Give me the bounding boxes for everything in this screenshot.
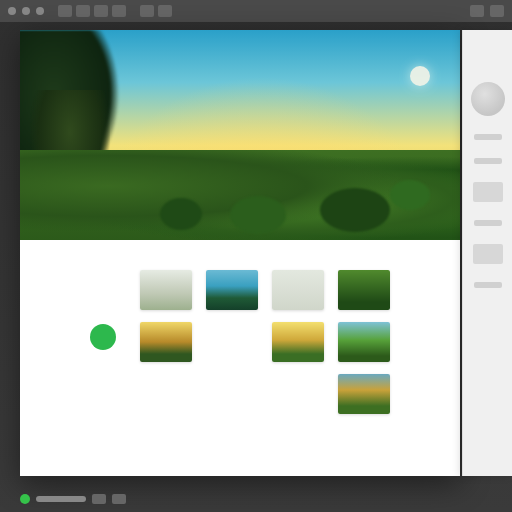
toolbar-button[interactable]: [470, 5, 484, 17]
panel-control[interactable]: [473, 182, 503, 202]
thumbnail-grid: [140, 270, 390, 414]
hero-foliage: [230, 196, 286, 234]
toolbar-button[interactable]: [58, 5, 72, 17]
thumbnail-empty: [272, 374, 324, 414]
editor-window: [20, 30, 460, 476]
thumbnail[interactable]: [140, 322, 192, 362]
online-status-icon: [20, 494, 30, 504]
circle-marker-icon[interactable]: [410, 66, 430, 86]
thumbnail-empty: [140, 374, 192, 414]
toolbar-button[interactable]: [490, 5, 504, 17]
progress-track[interactable]: [36, 496, 86, 502]
green-dot-icon[interactable]: [90, 324, 116, 350]
toolbar-group: [140, 5, 172, 17]
panel-control[interactable]: [473, 244, 503, 264]
status-bar: [20, 494, 126, 504]
status-segment[interactable]: [92, 494, 106, 504]
panel-row: [474, 220, 502, 226]
toolbar-button[interactable]: [94, 5, 108, 17]
thumbnail[interactable]: [338, 270, 390, 310]
panel-row: [474, 158, 502, 164]
toolbar-button[interactable]: [112, 5, 126, 17]
avatar-icon[interactable]: [471, 82, 505, 116]
toolbar-button[interactable]: [76, 5, 90, 17]
desktop: [0, 0, 512, 512]
window-control-dot[interactable]: [8, 7, 16, 15]
thumbnail-empty: [206, 374, 258, 414]
panel-row: [474, 134, 502, 140]
hero-foliage: [390, 180, 430, 210]
thumbnail[interactable]: [206, 270, 258, 310]
thumbnail[interactable]: [338, 322, 390, 362]
hero-foliage: [160, 198, 202, 230]
app-titlebar: [0, 0, 512, 22]
thumbnail[interactable]: [272, 322, 324, 362]
properties-panel: [462, 30, 512, 476]
thumbnail[interactable]: [140, 270, 192, 310]
panel-row: [474, 282, 502, 288]
thumbnail[interactable]: [338, 374, 390, 414]
toolbar-button[interactable]: [158, 5, 172, 17]
window-control-dot[interactable]: [22, 7, 30, 15]
gallery-panel: [20, 240, 460, 476]
hero-foliage: [320, 188, 390, 232]
window-control-dot[interactable]: [36, 7, 44, 15]
status-segment[interactable]: [112, 494, 126, 504]
hero-image[interactable]: [20, 30, 460, 240]
toolbar-button[interactable]: [140, 5, 154, 17]
thumbnail[interactable]: [272, 270, 324, 310]
thumbnail-empty: [206, 322, 258, 362]
toolbar-group: [58, 5, 126, 17]
